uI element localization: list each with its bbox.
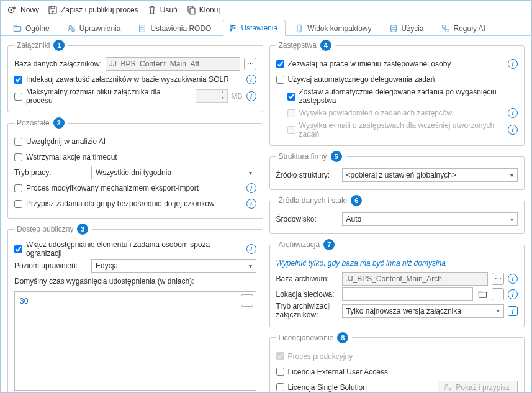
allow-work-checkbox[interactable]: Zezwalaj na pracę w imieniu zastępowanej…	[276, 60, 451, 68]
badge-5: 5	[331, 151, 342, 162]
tab-settings-label: Ustawienia	[241, 24, 277, 32]
clone-button[interactable]: Klonuj	[186, 5, 220, 15]
auto-delegate-checkbox[interactable]: Używaj automatycznego delegowania zadań	[276, 75, 435, 84]
archive-db-browse-button[interactable]: ⋯	[492, 273, 504, 285]
save-publish-label: Zapisz i publikuj proces	[61, 6, 138, 14]
max-size-checkbox[interactable]: Maksymalny rozmiar pliku załącznika dla …	[14, 88, 188, 105]
badge-6: 6	[351, 195, 362, 206]
show-assign-button: Pokaż i przypisz	[438, 381, 518, 393]
tab-usage-label: Użycia	[402, 24, 424, 33]
tabs-bar: Ogólne Uprawnienia Ustawienia RODO Ustaw…	[1, 19, 531, 36]
svg-point-10	[231, 25, 233, 27]
info-icon[interactable]: i	[508, 59, 518, 69]
index-solr-checkbox[interactable]: Indeksuj zawartość załaczników w bazie w…	[14, 75, 229, 84]
info-icon[interactable]: i	[508, 108, 518, 118]
info-icon[interactable]: i	[246, 244, 256, 254]
attachments-legend: Załączniki1	[14, 40, 68, 51]
att-db-browse-button[interactable]: ⋯	[244, 58, 256, 70]
info-icon[interactable]: i	[508, 274, 518, 284]
save-publish-button[interactable]: Zapisz i publikuj proces	[48, 5, 138, 15]
tab-ai-rules[interactable]: Reguły AI	[436, 20, 494, 36]
att-db-input[interactable]	[106, 57, 240, 71]
badge-2: 2	[53, 117, 65, 129]
folder-browse-icon[interactable]	[477, 289, 488, 300]
hold-timeout-checkbox[interactable]: Wstrzymaj akcje na timeout	[14, 153, 117, 161]
info-icon[interactable]: i	[246, 199, 256, 209]
licensing-legend: Licencjonowanie8	[276, 332, 353, 343]
default-expiry-editor[interactable]: ⋯ 30	[14, 291, 256, 391]
archive-mode-label: Tryb archiwizacjizałączników:	[276, 302, 338, 320]
editor-menu-button[interactable]: ⋯	[241, 294, 253, 307]
default-expiry-label: Domyślny czas wygaśnięcia udostępnienia …	[14, 277, 194, 286]
export-import-checkbox[interactable]: Proces modyfikowany mechanizmem eksport-…	[14, 184, 199, 192]
archive-db-label: Baza archiwum:	[276, 274, 338, 283]
work-mode-label: Tryb pracy:	[14, 168, 88, 177]
archive-db-input[interactable]	[342, 272, 489, 286]
other-group: Pozostałe2 Uwzględnij w analizie AI Wstr…	[7, 117, 263, 219]
net-loc-label: Lokacja sieciowa:	[276, 290, 338, 299]
tab-rodo[interactable]: Ustawienia RODO	[132, 20, 219, 36]
env-select[interactable]: Auto	[342, 212, 518, 226]
env-label: Środowisko:	[276, 215, 338, 224]
svg-rect-8	[72, 29, 74, 32]
tab-rodo-label: Ustawienia RODO	[150, 24, 211, 33]
badge-3: 3	[77, 224, 88, 235]
badge-4: 4	[320, 40, 331, 51]
public-access-legend: Dostęp publiczny3	[14, 224, 92, 235]
tab-compact[interactable]: Widok kompaktowy	[289, 20, 379, 36]
perm-level-label: Poziom uprawnień:	[14, 261, 88, 270]
licensing-group: Licencjonowanie8 Proces produkcyjny Lice…	[269, 332, 525, 393]
tab-permissions-label: Uprawnienia	[79, 24, 121, 33]
svg-point-7	[69, 25, 71, 28]
archive-hint: Wypełnić tylko, gdy baza ma być inna niż…	[276, 259, 446, 268]
new-button[interactable]: Nowy	[7, 5, 39, 15]
info-icon[interactable]: i	[508, 306, 518, 316]
net-loc-input[interactable]	[342, 287, 474, 301]
rules-icon	[441, 24, 450, 33]
svg-rect-5	[190, 8, 195, 14]
svg-point-12	[231, 29, 233, 31]
work-mode-select[interactable]: Wszystkie dni tygodnia	[91, 166, 256, 179]
tab-compact-label: Widok kompaktowy	[307, 24, 371, 33]
max-size-spinner[interactable]: ▲▼	[196, 89, 228, 103]
enable-share-checkbox[interactable]: Włącz udostępnianie elementu i zadania o…	[14, 240, 239, 258]
info-icon[interactable]: i	[246, 183, 256, 193]
svg-rect-3	[51, 6, 55, 9]
tab-general[interactable]: Ogólne	[7, 20, 58, 36]
new-label: Nowy	[20, 6, 39, 14]
net-loc-more-button[interactable]: ⋯	[492, 288, 504, 300]
include-ai-checkbox[interactable]: Uwzględnij w analizie AI	[14, 137, 106, 146]
badge-1: 1	[53, 40, 65, 51]
org-source-select[interactable]: <pobieraj z ustawień globalnych>	[342, 168, 518, 182]
folder-icon	[13, 24, 22, 33]
svg-rect-18	[479, 292, 486, 297]
info-icon[interactable]: i	[508, 125, 518, 135]
info-icon[interactable]: i	[246, 91, 256, 101]
tab-settings[interactable]: Ustawienia	[223, 20, 286, 36]
attachments-group: Załączniki1 Baza danych załączników: ⋯ I…	[7, 40, 263, 112]
info-icon[interactable]: i	[508, 289, 518, 299]
svg-point-11	[233, 27, 235, 29]
assign-group-checkbox[interactable]: Przypisz zadania dla grupy bezpośrednio …	[14, 199, 215, 208]
archive-mode-select[interactable]: Tylko najnowsza wersja załącznika	[342, 304, 505, 318]
user-lock-icon	[67, 24, 76, 33]
send-notif-checkbox: Wysyłka powiadomień o zadaniach zastępcó…	[287, 109, 453, 117]
svg-point-14	[299, 30, 299, 31]
top-toolbar: Nowy Zapisz i publikuj proces Usuń Klonu…	[1, 1, 531, 19]
info-icon[interactable]: i	[246, 75, 256, 84]
tab-usage[interactable]: Użycia	[384, 20, 432, 36]
gear-plus-icon	[7, 5, 17, 15]
svg-rect-9	[140, 25, 145, 32]
prod-process-checkbox: Proces produkcyjny	[276, 352, 353, 361]
doc-icon	[138, 24, 147, 33]
org-legend: Struktura firmy5	[276, 151, 346, 162]
external-license-checkbox[interactable]: Licencja External User Access	[276, 368, 388, 376]
substitutions-group: Zastępstwa4 Zezwalaj na pracę w imieniu …	[269, 40, 525, 146]
keep-delegated-checkbox[interactable]: Zostaw automatycznie delegowane zadania …	[287, 88, 518, 105]
tab-permissions[interactable]: Uprawnienia	[61, 20, 129, 36]
delete-button[interactable]: Usuń	[147, 5, 178, 15]
single-license-checkbox[interactable]: Licencja Single Solution	[276, 383, 367, 392]
other-legend: Pozostałe2	[14, 117, 68, 129]
org-source-label: Źródło struktury:	[276, 171, 338, 179]
perm-level-select[interactable]: Edycja	[91, 259, 256, 273]
